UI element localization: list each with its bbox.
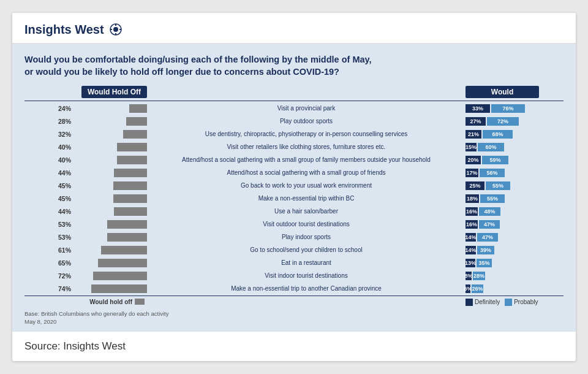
prob-pct: 60% bbox=[484, 144, 497, 150]
left-bar-wrap bbox=[74, 117, 147, 126]
left-side: 74% bbox=[24, 284, 147, 293]
left-bar-wrap bbox=[74, 220, 147, 229]
def-bar: 21% bbox=[466, 130, 481, 139]
left-bar-wrap bbox=[74, 246, 147, 254]
table-row: 40% Visit other retailers like clothing … bbox=[24, 141, 564, 153]
left-bar bbox=[113, 194, 147, 203]
right-side: 16% 48% bbox=[466, 207, 564, 216]
left-side: 72% bbox=[24, 272, 147, 280]
right-side: 8% 28% bbox=[466, 272, 564, 280]
right-header: Would bbox=[466, 86, 564, 98]
table-row: 28% Play outdoor sports 27% 72% bbox=[24, 115, 564, 128]
right-side: 16% 47% bbox=[466, 220, 564, 229]
left-bar-wrap bbox=[74, 181, 147, 190]
table-row: 74% Make a non-essential trip to another… bbox=[24, 283, 564, 295]
activity-label: Visit a provincial park bbox=[147, 105, 466, 112]
table-row: 45% Make a non-essential trip within BC … bbox=[24, 193, 564, 205]
left-percent: 53% bbox=[54, 234, 71, 241]
probably-label: Probably bbox=[514, 299, 538, 305]
right-side: 17% 56% bbox=[466, 169, 564, 177]
left-bar-wrap bbox=[74, 233, 147, 242]
prob-bar: 55% bbox=[486, 181, 510, 190]
prob-pct: 48% bbox=[483, 208, 496, 215]
activity-label: Go to school/send your children to schoo… bbox=[147, 246, 466, 254]
def-bar: 20% bbox=[466, 156, 481, 164]
prob-pct: 35% bbox=[477, 260, 491, 266]
prob-bar: 39% bbox=[477, 246, 494, 254]
prob-pct: 55% bbox=[486, 196, 499, 202]
definitely-label: Definitely bbox=[475, 299, 500, 305]
activity-label: Attend/host a social gathering with a sm… bbox=[147, 169, 466, 177]
prob-bar: 47% bbox=[477, 233, 498, 242]
left-bar-wrap bbox=[74, 130, 147, 139]
activity-label: Visit indoor tourist destinations bbox=[147, 272, 466, 280]
table-row: 72% Visit indoor tourist destinations 8%… bbox=[24, 270, 564, 282]
left-side: 40% bbox=[24, 156, 147, 164]
def-pct: 15% bbox=[464, 144, 478, 150]
left-percent: 53% bbox=[54, 221, 71, 228]
right-side: 14% 39% bbox=[466, 246, 564, 254]
left-header: Would Hold Off bbox=[24, 86, 147, 98]
def-pct: 14% bbox=[464, 234, 478, 240]
svg-rect-4 bbox=[110, 29, 112, 30]
left-bar-wrap bbox=[74, 156, 147, 164]
table-row: 45% Go back to work to your usual work e… bbox=[24, 180, 564, 192]
left-side: 24% bbox=[24, 104, 147, 113]
left-bar-wrap bbox=[74, 169, 147, 177]
left-percent: 61% bbox=[54, 246, 71, 254]
prob-bar: 72% bbox=[487, 117, 519, 126]
table-row: 65% Eat in a restaurant 13% 35% bbox=[24, 257, 564, 269]
def-bar: 14% bbox=[466, 233, 476, 242]
table-row: 44% Use a hair salon/barber 16% 48% bbox=[24, 205, 564, 218]
def-bar: 8% bbox=[466, 272, 472, 280]
right-side: 14% 47% bbox=[466, 233, 564, 242]
right-side: 33% 76% bbox=[466, 104, 564, 113]
def-bar: 33% bbox=[466, 104, 490, 113]
prob-pct: 59% bbox=[488, 157, 502, 163]
activity-label: Attend/host a social gathering with a sm… bbox=[147, 156, 466, 164]
def-pct: 21% bbox=[467, 131, 480, 137]
activity-label: Go back to work to your usual work envir… bbox=[147, 182, 466, 189]
svg-rect-3 bbox=[115, 33, 116, 35]
prob-bar: 47% bbox=[479, 220, 500, 229]
prob-bar: 48% bbox=[479, 207, 500, 216]
def-bar: 6% bbox=[466, 284, 470, 293]
def-bar: 17% bbox=[466, 169, 478, 177]
would-hold-off-label: Would Hold Off bbox=[81, 86, 147, 98]
source-text: Source: Insights West bbox=[24, 340, 126, 352]
chart-footer-row: Would hold off Definitely Probably bbox=[24, 299, 564, 306]
divider-line bbox=[24, 101, 564, 101]
table-row: 24% Visit a provincial park 33% 76% bbox=[24, 102, 564, 115]
would-hold-off-footer: Would hold off bbox=[89, 299, 132, 305]
left-side: 28% bbox=[24, 117, 147, 126]
left-percent: 74% bbox=[54, 285, 71, 292]
left-percent: 45% bbox=[54, 182, 71, 189]
activity-label: Play outdoor sports bbox=[147, 118, 466, 125]
def-bar: 16% bbox=[466, 207, 478, 216]
source-section: Source: Insights West bbox=[12, 332, 576, 361]
left-bar-wrap bbox=[74, 143, 147, 151]
base-note: Base: British Columbians who generally d… bbox=[24, 310, 564, 326]
def-bar: 13% bbox=[466, 259, 475, 267]
left-bar bbox=[98, 259, 147, 267]
table-row: 40% Attend/host a social gathering with … bbox=[24, 154, 564, 166]
def-bar: 16% bbox=[466, 220, 478, 229]
left-bar-wrap bbox=[74, 104, 147, 113]
chart-section: Would you be comfortable doing/using eac… bbox=[12, 44, 576, 332]
prob-pct: 39% bbox=[479, 247, 492, 253]
left-percent: 40% bbox=[54, 156, 71, 164]
left-bar bbox=[91, 284, 147, 293]
prob-bar: 56% bbox=[480, 169, 505, 177]
left-side: 45% bbox=[24, 181, 147, 190]
left-side: 65% bbox=[24, 259, 147, 267]
left-bar-wrap bbox=[74, 284, 147, 293]
chart-header-row: Would Hold Off Would bbox=[24, 86, 564, 98]
svg-rect-2 bbox=[115, 24, 116, 26]
left-side: 53% bbox=[24, 233, 147, 242]
left-side: 61% bbox=[24, 246, 147, 254]
left-bar bbox=[107, 220, 147, 229]
def-pct: 33% bbox=[471, 105, 484, 112]
right-side: 13% 35% bbox=[466, 259, 564, 267]
left-bar-wrap bbox=[74, 207, 147, 216]
prob-bar: 76% bbox=[491, 104, 525, 113]
